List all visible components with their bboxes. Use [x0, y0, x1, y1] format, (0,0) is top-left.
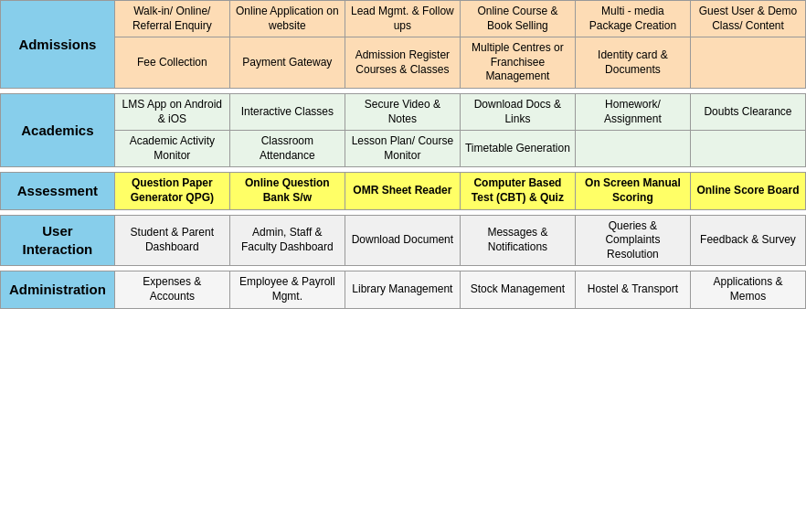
cell-assessment-1-6: Online Score Board — [690, 173, 805, 209]
cell-admin-1-6: Applications & Memos — [690, 271, 805, 308]
cell-admin-1-4: Stock Management — [460, 271, 575, 308]
cell-admissions-1-5: Multi - media Package Creation — [575, 1, 690, 37]
cell-ui-1-3: Download Document — [345, 215, 460, 266]
cell-academics-1-1: LMS App on Android & iOS — [114, 93, 229, 130]
cell-admin-1-5: Hostel & Transport — [575, 271, 690, 308]
user-interaction-row-1: User Interaction Student & Parent Dashbo… — [1, 215, 806, 266]
cell-admin-1-1: Expenses & Accounts — [114, 271, 229, 308]
cell-assessment-1-4: Computer Based Test (CBT) & Quiz — [460, 173, 575, 209]
cell-academics-1-5: Homework/ Assignment — [575, 93, 690, 130]
cell-academics-1-4: Download Docs & Links — [460, 93, 575, 130]
cell-admissions-1-2: Online Application on website — [229, 1, 345, 37]
cell-academics-2-1: Academic Activity Monitor — [114, 131, 229, 167]
cell-admissions-1-6: Guest User & Demo Class/ Content — [690, 1, 805, 37]
cell-assessment-1-1: Question Paper Generator QPG) — [114, 173, 229, 209]
cell-ui-1-1: Student & Parent Dashboard — [114, 215, 229, 266]
administration-row-1: Administration Expenses & Accounts Emplo… — [1, 271, 806, 308]
user-interaction-label: User Interaction — [1, 215, 115, 266]
cell-academics-2-4: Timetable Generation — [460, 131, 575, 167]
main-table: Admissions Walk-in/ Online/ Referral Enq… — [0, 0, 806, 309]
cell-assessment-1-5: On Screen Manual Scoring — [575, 173, 690, 209]
cell-ui-1-2: Admin, Staff & Faculty Dashboard — [229, 215, 345, 266]
cell-academics-2-5 — [575, 131, 690, 167]
admissions-row-2: Fee Collection Payment Gateway Admission… — [1, 37, 806, 89]
cell-admissions-1-3: Lead Mgmt. & Follow ups — [345, 1, 460, 37]
admissions-label: Admissions — [1, 1, 115, 89]
cell-ui-1-5: Queries & Complaints Resolution — [575, 215, 690, 266]
cell-assessment-1-2: Online Question Bank S/w — [229, 173, 345, 209]
cell-academics-2-3: Lesson Plan/ Course Monitor — [345, 131, 460, 167]
assessment-label: Assessment — [1, 173, 115, 209]
academics-row-2: Academic Activity Monitor Classroom Atte… — [1, 131, 806, 167]
administration-label: Administration — [1, 271, 115, 308]
admissions-row-1: Admissions Walk-in/ Online/ Referral Enq… — [1, 1, 806, 37]
cell-academics-2-2: Classroom Attendance — [229, 131, 345, 167]
cell-admissions-2-1: Fee Collection — [114, 37, 229, 89]
cell-ui-1-4: Messages & Notifications — [460, 215, 575, 266]
assessment-row-1: Assessment Question Paper Generator QPG)… — [1, 173, 806, 209]
academics-label: Academics — [1, 93, 115, 166]
cell-admin-1-2: Employee & Payroll Mgmt. — [229, 271, 345, 308]
cell-ui-1-6: Feedback & Survey — [690, 215, 805, 266]
cell-admissions-1-4: Online Course & Book Selling — [460, 1, 575, 37]
cell-admissions-2-2: Payment Gateway — [229, 37, 345, 89]
academics-row-1: Academics LMS App on Android & iOS Inter… — [1, 93, 806, 130]
cell-admissions-2-5: Identity card & Documents — [575, 37, 690, 89]
cell-admissions-1-1: Walk-in/ Online/ Referral Enquiry — [114, 1, 229, 37]
cell-admissions-2-6 — [690, 37, 805, 89]
cell-academics-1-2: Interactive Classes — [229, 93, 345, 130]
cell-admin-1-3: Library Management — [345, 271, 460, 308]
cell-assessment-1-3: OMR Sheet Reader — [345, 173, 460, 209]
cell-academics-1-6: Doubts Clearance — [690, 93, 805, 130]
cell-academics-2-6 — [690, 131, 805, 167]
cell-admissions-2-4: Multiple Centres or Franchisee Managemen… — [460, 37, 575, 89]
cell-academics-1-3: Secure Video & Notes — [345, 93, 460, 130]
cell-admissions-2-3: Admission Register Courses & Classes — [345, 37, 460, 89]
